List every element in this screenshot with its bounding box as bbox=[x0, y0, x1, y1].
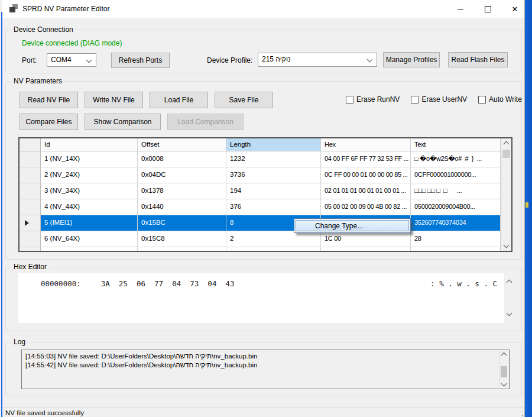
row-header-cell[interactable] bbox=[20, 183, 41, 199]
log-textbox[interactable]: [14:55:03] NV file saved: D:\UserFolders… bbox=[21, 350, 510, 389]
cell-offset[interactable]: 0x1440 bbox=[138, 199, 226, 215]
scroll-down-icon[interactable] bbox=[501, 381, 507, 387]
hex-editor-group-label: Hex Editor bbox=[11, 263, 49, 271]
cell-length[interactable]: 1232 bbox=[226, 151, 321, 167]
scroll-up-icon[interactable] bbox=[507, 280, 512, 286]
cell-length[interactable]: 376 bbox=[226, 199, 321, 215]
auto-write-label: Auto Write bbox=[489, 95, 522, 104]
cell-length[interactable]: 49952 bbox=[226, 247, 321, 252]
cell-offset[interactable]: 0x1378 bbox=[138, 183, 226, 199]
checkbox-icon bbox=[411, 96, 419, 104]
row-header-cell[interactable] bbox=[20, 231, 41, 247]
port-combobox[interactable]: COM4 bbox=[47, 53, 96, 67]
cell-text[interactable]: □ �o�w2S�o# # } ... bbox=[411, 151, 501, 167]
title-bar[interactable]: SPRD NV Parameter Editor ✕ bbox=[2, 0, 524, 18]
cell-id[interactable]: 7 (NV_74X) bbox=[41, 247, 138, 252]
cell-id[interactable]: 6 (NV_64X) bbox=[41, 231, 138, 247]
read-flash-files-button[interactable]: Read Flash Files bbox=[448, 52, 508, 67]
device-connection-group: Device Connection Device connected (DIAG… bbox=[5, 30, 522, 73]
device-profile-label: Device Profile: bbox=[207, 56, 252, 64]
cell-text[interactable]: Handset ... bbox=[411, 247, 501, 252]
grid-vertical-scrollbar[interactable] bbox=[501, 138, 511, 251]
maximize-icon bbox=[485, 6, 491, 12]
scrollbar-thumb[interactable] bbox=[501, 366, 507, 377]
auto-write-checkbox[interactable]: Auto Write bbox=[478, 95, 522, 104]
column-header-length[interactable]: Length bbox=[226, 138, 321, 151]
write-nv-file-button[interactable]: Write NV File bbox=[85, 92, 143, 108]
row-header-cell[interactable] bbox=[20, 151, 41, 167]
minimize-icon bbox=[458, 9, 463, 9]
erase-usernv-checkbox[interactable]: Erase UserNV bbox=[411, 95, 467, 104]
resize-grip-icon[interactable] bbox=[522, 415, 523, 416]
close-icon: ✕ bbox=[512, 5, 518, 14]
scroll-up-icon[interactable] bbox=[504, 141, 510, 147]
table-row[interactable]: 7 (NV_74X) 0x15D0 49952 48 61 6E 64 73 6… bbox=[20, 247, 511, 252]
cell-length[interactable]: 2 bbox=[226, 231, 321, 247]
cell-offset[interactable]: 0x15D0 bbox=[138, 247, 226, 252]
hex-editor-view[interactable]: 00000000: 3A 25 06 77 04 73 04 43 : % . … bbox=[18, 273, 504, 323]
refresh-ports-button[interactable]: Refresh Ports bbox=[111, 53, 170, 68]
device-profile-combobox[interactable]: 215 נוקיה bbox=[258, 53, 377, 67]
scroll-up-icon[interactable] bbox=[501, 353, 507, 358]
show-comparison-button[interactable]: Show Comparison bbox=[85, 114, 161, 130]
grid-header-row: Id Offset Length Hex Text bbox=[20, 138, 511, 151]
scroll-down-icon[interactable] bbox=[507, 311, 512, 316]
cell-id[interactable]: 5 (IMEI1) bbox=[41, 215, 138, 231]
cell-hex[interactable]: 48 61 6E 64 73 65 74 00 00 ... bbox=[321, 247, 411, 252]
erase-runnv-checkbox[interactable]: Erase RunNV bbox=[346, 95, 400, 104]
port-label: Port: bbox=[22, 56, 37, 64]
row-header-cell[interactable] bbox=[20, 199, 41, 215]
cell-offset[interactable]: 0x15BC bbox=[138, 215, 226, 231]
read-nv-file-button[interactable]: Read NV File bbox=[20, 92, 78, 108]
row-header-cell[interactable] bbox=[20, 247, 41, 252]
cell-hex[interactable]: 1C 00 bbox=[321, 231, 411, 247]
cell-hex[interactable]: 02 01 01 01 00 01 01 00 01 ... bbox=[321, 183, 411, 199]
status-bar-text: NV file saved successfully bbox=[2, 408, 524, 416]
context-menu-item-change-type[interactable]: Change Type... bbox=[296, 220, 409, 231]
scrollbar-thumb[interactable] bbox=[502, 150, 510, 158]
table-row[interactable]: 1 (NV_14X) 0x0008 1232 04 00 FF 6F FF 77… bbox=[20, 151, 511, 167]
table-row[interactable]: 2 (NV_24X) 0x04DC 3736 0C FF 00 00 01 00… bbox=[20, 167, 511, 183]
table-row[interactable]: 6 (NV_64X) 0x15C8 2 1C 00 28 bbox=[20, 231, 511, 247]
table-row-selected[interactable]: 5 (IMEI1) 0x15BC 8 3a 25 06 77 04 73 04 … bbox=[20, 215, 511, 231]
chevron-down-icon bbox=[367, 57, 373, 63]
table-row[interactable]: 4 (NV_44X) 0x1440 376 05 00 02 00 09 00 … bbox=[20, 199, 511, 215]
save-file-button[interactable]: Save File bbox=[215, 92, 273, 108]
row-header-cell[interactable] bbox=[20, 215, 41, 231]
cell-text[interactable]: 0CFF000001000000... bbox=[411, 167, 501, 183]
manage-profiles-button[interactable]: Manage Profiles bbox=[383, 52, 440, 67]
load-file-button[interactable]: Load File bbox=[150, 92, 208, 108]
column-header-text[interactable]: Text bbox=[411, 138, 501, 151]
cell-text[interactable]: 352607740374034 bbox=[411, 215, 501, 231]
cell-id[interactable]: 1 (NV_14X) bbox=[41, 151, 138, 167]
cell-id[interactable]: 3 (NV_34X) bbox=[41, 183, 138, 199]
background-window-edge-right bbox=[525, 0, 532, 417]
minimize-button[interactable] bbox=[447, 0, 473, 18]
log-vertical-scrollbar[interactable] bbox=[499, 350, 509, 389]
column-header-id[interactable]: Id bbox=[41, 138, 138, 151]
cell-id[interactable]: 2 (NV_24X) bbox=[41, 167, 138, 183]
cell-text[interactable]: □□□ □□ □ □ ... bbox=[411, 183, 501, 199]
scroll-down-icon[interactable] bbox=[504, 243, 510, 248]
cell-id[interactable]: 4 (NV_44X) bbox=[41, 199, 138, 215]
grid-corner-cell[interactable] bbox=[20, 138, 41, 151]
cell-hex[interactable]: 0C FF 00 00 01 00 00 00 85 ... bbox=[321, 167, 411, 183]
cell-text[interactable]: 0500020009004B00... bbox=[411, 199, 501, 215]
cell-hex[interactable]: 05 00 02 00 09 00 4B 00 82 ... bbox=[321, 199, 411, 215]
cell-length[interactable]: 194 bbox=[226, 183, 321, 199]
maximize-button[interactable] bbox=[475, 0, 501, 18]
column-header-offset[interactable]: Offset bbox=[138, 138, 226, 151]
column-header-hex[interactable]: Hex bbox=[321, 138, 411, 151]
cell-hex[interactable]: 04 00 FF 6F FF 77 32 53 FF ... bbox=[321, 151, 411, 167]
cell-offset[interactable]: 0x0008 bbox=[138, 151, 226, 167]
compare-files-button[interactable]: Compare Files bbox=[20, 114, 78, 130]
options-checkbox-group: Erase RunNV Erase UserNV Auto Write bbox=[346, 95, 522, 104]
cell-length[interactable]: 3736 bbox=[226, 167, 321, 183]
cell-offset[interactable]: 0x15C8 bbox=[138, 231, 226, 247]
row-header-cell[interactable] bbox=[20, 167, 41, 183]
hex-editor-line: 00000000: 3A 25 06 77 04 73 04 43 : % . … bbox=[18, 273, 504, 288]
close-button[interactable]: ✕ bbox=[502, 0, 528, 18]
table-row[interactable]: 3 (NV_34X) 0x1378 194 02 01 01 01 00 01 … bbox=[20, 183, 511, 199]
cell-text[interactable]: 28 bbox=[411, 231, 501, 247]
cell-offset[interactable]: 0x04DC bbox=[138, 167, 226, 183]
